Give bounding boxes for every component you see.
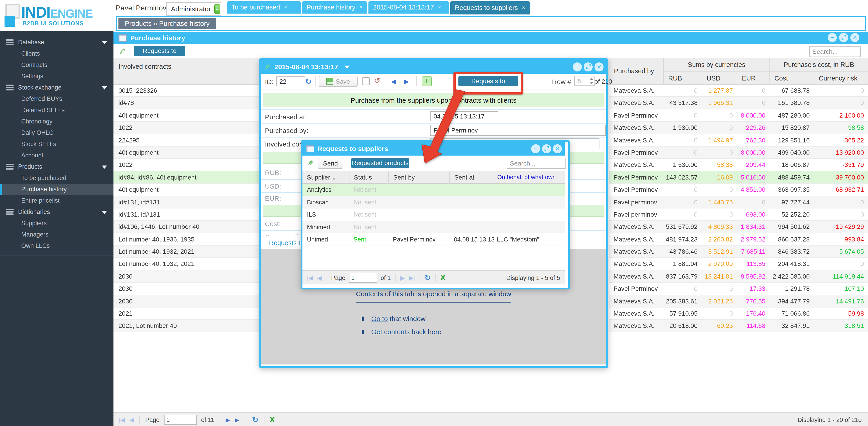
sidebar-item-stock-sells[interactable]: Stock SELLs xyxy=(0,139,114,150)
col-purchased-by[interactable]: Purchased by xyxy=(609,58,663,85)
sidebar-item-contracts[interactable]: Contracts xyxy=(0,59,114,70)
table-row[interactable]: Matveeva S.A.01 494.97762.30129 851.16-3… xyxy=(609,134,868,147)
table-row-selected[interactable]: Pavel Perminov143 623.5716.095 016.50488… xyxy=(609,171,868,184)
table-row[interactable]: Pavel Perminov008 000.00487 280.00-2 160… xyxy=(609,110,868,122)
sidebar-item-database[interactable]: Database xyxy=(0,37,114,48)
close-button[interactable]: ✕ xyxy=(594,62,603,71)
prev-page-icon[interactable]: ◀ xyxy=(129,417,134,423)
table-row[interactable]: 1022 xyxy=(114,122,260,134)
spin-down-icon[interactable] xyxy=(590,82,594,84)
table-row[interactable]: Matveeva S.A.837 163.7913 241.019 595.92… xyxy=(609,270,868,283)
sidebar-item-clients[interactable]: Clients xyxy=(0,48,114,59)
col-supplier[interactable]: Supplier ▲ xyxy=(303,171,349,184)
send-button[interactable]: Send xyxy=(318,158,343,169)
table-row[interactable]: 2021, Lot number 40 xyxy=(114,320,260,332)
table-row-selected[interactable]: id#84, id#86, 40t equipment xyxy=(114,171,260,184)
sidebar-item-chronology[interactable]: Chronology xyxy=(0,116,114,127)
search-input[interactable] xyxy=(507,158,565,169)
table-row[interactable]: Pavel Perminov004 851.00363 097.35-68 93… xyxy=(609,184,868,196)
col-involved-contracts[interactable]: Involved contracts xyxy=(114,58,260,85)
last-page-icon[interactable]: ▶| xyxy=(409,275,415,281)
sidebar-item-deferred-buys[interactable]: Deferred BUYs xyxy=(0,93,114,104)
table-row[interactable]: Matveeva S.A.01 277.87067 688.780 xyxy=(609,85,868,97)
sidebar-item-deferred-sells[interactable]: Deferred SELLs xyxy=(0,104,114,116)
table-row[interactable]: id#78 xyxy=(114,97,260,110)
col-cost[interactable]: Cost xyxy=(770,71,814,85)
row-number-input[interactable] xyxy=(574,76,595,86)
table-row[interactable]: Lot number 40, 1932, 2021 xyxy=(114,258,260,270)
login-icon[interactable]: ⇓ xyxy=(215,4,220,14)
table-row[interactable]: Matveeva S.A.205 383.612 021.26770.55394… xyxy=(609,295,868,307)
table-row[interactable]: id#131, id#131 xyxy=(114,196,260,209)
sidebar-item-products[interactable]: Products xyxy=(0,161,114,172)
tab-purchase-history[interactable]: Purchase history× xyxy=(302,1,367,13)
sidebar-item-managers[interactable]: Managers xyxy=(0,229,114,240)
page-input[interactable] xyxy=(164,415,197,425)
last-page-icon[interactable]: ▶| xyxy=(235,417,241,423)
sidebar-item-own-llcs[interactable]: Own LLCs xyxy=(0,240,114,251)
col-on-behalf-llc[interactable]: On behalf of what own LLC xyxy=(494,171,565,184)
table-row[interactable]: 2021 xyxy=(114,307,260,320)
first-page-icon[interactable]: |◀ xyxy=(119,417,125,423)
close-icon[interactable]: × xyxy=(438,1,441,13)
table-row[interactable]: Lot number 40, 1932, 2021 xyxy=(114,246,260,258)
table-row[interactable]: id#131, id#131 xyxy=(114,209,260,221)
table-row[interactable]: Pavel perminov00693.0052 252.200 xyxy=(609,209,868,221)
table-row[interactable]: BioscanNot sent xyxy=(303,196,565,209)
sidebar-item-settings[interactable]: Settings xyxy=(0,70,114,82)
record-modal-header[interactable]: ✎ 2015-08-04 13:13:17 − ✕ xyxy=(261,60,606,74)
spin-up-icon[interactable] xyxy=(590,78,594,80)
sidebar-item-daily-ohlc[interactable]: Daily OHLC xyxy=(0,127,114,139)
table-row[interactable]: Matveeva S.A.20 618.0060.23114.6832 847.… xyxy=(609,320,868,332)
table-row[interactable]: 2030 xyxy=(114,270,260,283)
refresh-icon[interactable]: ↻ xyxy=(305,77,312,86)
table-row-selected[interactable]: AnalyticsNot sent xyxy=(303,184,565,196)
table-row[interactable]: Matveeva S.A.1 930.000229.2615 820.8798.… xyxy=(609,122,868,134)
tab-to-be-purchased[interactable]: To be purchased× xyxy=(227,1,301,13)
table-row[interactable]: 40t equipment xyxy=(114,147,260,159)
save-button[interactable]: Save xyxy=(319,76,358,87)
add-record-icon[interactable]: + xyxy=(422,77,432,86)
get-contents-link[interactable]: Get contents xyxy=(371,328,410,336)
minimize-button[interactable]: − xyxy=(573,62,582,71)
refresh-icon[interactable]: ↻ xyxy=(425,273,431,282)
close-button[interactable]: ✕ xyxy=(553,144,562,153)
minimize-button[interactable]: − xyxy=(828,33,837,42)
refresh-icon[interactable]: ↻ xyxy=(252,415,258,424)
restore-button[interactable] xyxy=(839,33,848,42)
requests-to-suppliers-button[interactable]: Requests to suppliers xyxy=(134,46,185,56)
prev-record-icon[interactable]: ◀ xyxy=(391,78,396,85)
col-sent-at[interactable]: Sent at xyxy=(450,171,494,184)
close-icon[interactable]: × xyxy=(284,1,287,13)
sidebar-item-to-be-purchased[interactable]: To be purchased xyxy=(0,172,114,184)
col-eur[interactable]: EUR xyxy=(737,71,770,85)
tab-requests-to-suppliers[interactable]: Requests to suppliers× xyxy=(450,1,530,14)
table-row[interactable]: Lot number 40, 1936, 1935 xyxy=(114,233,260,246)
table-row[interactable]: Matveeva S.A.531 679.924 809.331 834.319… xyxy=(609,221,868,233)
col-currency-risk[interactable]: Currency risk xyxy=(814,71,868,85)
sidebar-item-dictionaries[interactable]: Dictionaries xyxy=(0,206,114,217)
tab-datetime[interactable]: 2015-08-04 13:13:17× xyxy=(368,1,449,13)
restore-button[interactable] xyxy=(584,62,593,71)
sidebar-item-stock-exchange[interactable]: Stock exchange xyxy=(0,82,114,93)
search-input[interactable] xyxy=(809,46,861,57)
table-row[interactable]: Matveeva S.A.481 974.232 260.822 979.528… xyxy=(609,233,868,246)
sidebar-item-entire-pricelist[interactable]: Entire pricelist xyxy=(0,195,114,206)
table-row[interactable]: Pavel perminov01 443.75097 727.440 xyxy=(609,196,868,209)
requested-products-button[interactable]: Requested products xyxy=(351,158,409,168)
table-row[interactable]: 40t equipment xyxy=(114,184,260,196)
sidebar-item-suppliers[interactable]: Suppliers xyxy=(0,217,114,229)
col-rub[interactable]: RUB xyxy=(663,71,702,85)
minimize-button[interactable]: − xyxy=(531,144,540,153)
go-to-window-link[interactable]: Go to xyxy=(371,315,388,323)
page-input[interactable] xyxy=(349,273,377,283)
table-row[interactable]: 2030 xyxy=(114,295,260,307)
table-row[interactable]: Pavel Perminov008 000.00499 040.00-13 92… xyxy=(609,147,868,159)
table-row[interactable]: 224295 xyxy=(114,134,260,147)
edit-pencil-icon[interactable]: ✎ xyxy=(117,48,127,55)
title-caret-icon[interactable] xyxy=(344,66,350,69)
table-row[interactable]: UnimedSentPavel Perminov04.08.15 13:13LL… xyxy=(303,233,565,246)
table-row[interactable]: Matveeva S.A.43 786.463 512.917 685.1184… xyxy=(609,246,868,258)
checkbox[interactable] xyxy=(362,77,370,85)
id-input[interactable] xyxy=(276,77,305,86)
